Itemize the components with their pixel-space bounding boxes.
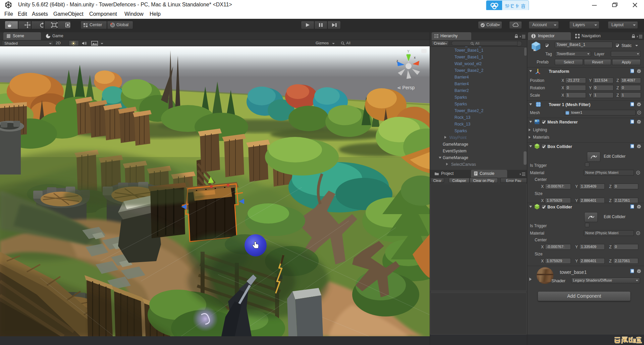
svg-text:x: x	[414, 56, 416, 59]
svg-text:z: z	[396, 59, 398, 63]
svg-text:Y: Y	[407, 50, 410, 53]
svg-text:⋖ Persp: ⋖ Persp	[397, 85, 415, 90]
svg-text:?: ?	[632, 70, 633, 72]
